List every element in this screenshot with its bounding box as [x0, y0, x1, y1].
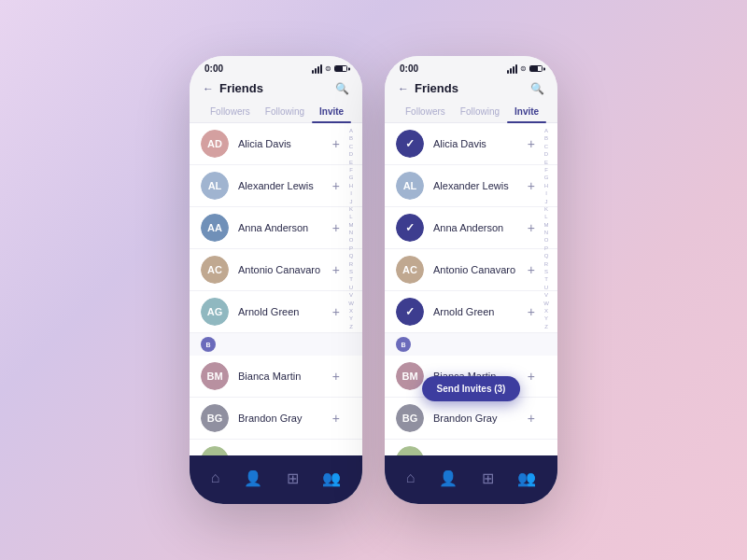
tab-followers-left[interactable]: Followers [203, 101, 258, 122]
contact-item[interactable]: ✓ Arnold Green + [385, 291, 557, 333]
tabs-left: Followers Following Invite [190, 101, 362, 123]
contact-name: Antonio Canavaro [433, 264, 528, 275]
avatar: BG [201, 404, 229, 432]
avatar: BM [396, 362, 424, 390]
avatar-image: BM [201, 362, 229, 390]
nav-map-left[interactable]: ⊞ [279, 466, 306, 491]
add-button[interactable]: + [332, 220, 340, 235]
add-button[interactable]: + [332, 262, 340, 277]
battery-left [334, 65, 347, 72]
add-button[interactable]: + [528, 262, 535, 277]
add-button[interactable]: + [528, 453, 535, 455]
add-button[interactable]: + [332, 453, 340, 455]
nav-profile-left[interactable]: 👥 [315, 466, 348, 491]
add-button[interactable]: + [528, 220, 535, 235]
add-button[interactable]: + [528, 136, 535, 151]
contact-name: Anna Anderson [433, 222, 528, 233]
contact-item[interactable]: BM Bianca Martin + [190, 356, 362, 398]
contact-item[interactable]: AL Alexander Lewis + [190, 165, 362, 207]
avatar-image: ✓ [396, 214, 424, 242]
battery-fill-left [335, 66, 343, 71]
add-button[interactable]: + [332, 369, 340, 384]
add-button[interactable]: + [332, 304, 340, 319]
add-button[interactable]: + [528, 369, 535, 384]
signal-bar-3 [513, 66, 514, 74]
add-button[interactable]: + [332, 411, 340, 426]
nav-friends-right[interactable]: 👤 [431, 466, 465, 491]
contact-name: Alexander Lewis [433, 180, 528, 191]
avatar-image: AC [396, 256, 424, 284]
nav-profile-right[interactable]: 👥 [510, 466, 543, 491]
contact-name: Brooke Simmons [433, 455, 528, 455]
avatar: AL [396, 172, 424, 200]
avatar-image: BS [201, 446, 229, 455]
contact-name: Alexander Lewis [238, 180, 332, 191]
contact-item[interactable]: BS Brooke Simmons + [190, 440, 362, 455]
contact-item[interactable]: AL Alexander Lewis + [385, 165, 557, 207]
contact-item[interactable]: AC Antonio Canavaro + [385, 249, 557, 291]
section-label-b-right: B [396, 337, 411, 352]
tab-invite-right[interactable]: Invite [507, 101, 546, 122]
avatar-image: AG [201, 298, 229, 326]
contact-item[interactable]: AG Arnold Green + [190, 291, 362, 333]
tab-invite-left[interactable]: Invite [312, 101, 351, 122]
contact-item[interactable]: AA Anna Anderson + [190, 207, 362, 249]
nav-home-left[interactable]: ⌂ [204, 466, 228, 490]
contact-name: Alicia Davis [433, 138, 528, 149]
avatar-image: AL [201, 172, 229, 200]
bottom-nav-right: ⌂ 👤 ⊞ 👥 [385, 455, 557, 504]
add-button[interactable]: + [528, 411, 535, 426]
avatar: BG [396, 404, 424, 432]
avatar: AL [201, 172, 229, 200]
battery-fill-right [530, 66, 538, 71]
nav-home-right[interactable]: ⌂ [399, 466, 423, 490]
avatar: AC [396, 256, 424, 284]
home-icon: ⌂ [211, 469, 220, 486]
send-invites-button[interactable]: Send Invites (3) [422, 376, 521, 401]
contact-list-right: A B C D E F G H I J K L M N O P Q R S T [385, 123, 557, 455]
friends-icon: 👤 [439, 469, 458, 487]
add-button[interactable]: + [528, 178, 535, 193]
wifi-icon-left: ⊜ [325, 64, 331, 73]
nav-map-right[interactable]: ⊞ [474, 466, 501, 491]
avatar-image: ✓ [396, 298, 424, 326]
avatar-image: BG [201, 404, 229, 432]
contact-item[interactable]: ✓ Alicia Davis + [385, 123, 557, 165]
contact-item[interactable]: BG Brandon Gray + [190, 398, 362, 440]
add-button[interactable]: + [332, 136, 340, 151]
tab-followers-right[interactable]: Followers [398, 101, 453, 122]
avatar: AC [201, 256, 229, 284]
nav-friends-left[interactable]: 👤 [236, 466, 270, 491]
tab-following-right[interactable]: Following [453, 101, 507, 122]
avatar-image: AD [201, 130, 229, 158]
phones-container: 0:00 ⊜ ← Friends 🔍 Fo [190, 56, 557, 504]
avatar: AA [201, 214, 229, 242]
search-icon-left[interactable]: 🔍 [335, 82, 349, 95]
contact-item[interactable]: AC Antonio Canavaro + [190, 249, 362, 291]
section-divider-b-right: B [385, 333, 557, 356]
add-button[interactable]: + [332, 178, 340, 193]
signal-bar-1 [312, 70, 314, 74]
search-icon-right[interactable]: 🔍 [530, 82, 544, 95]
avatar-image: AC [201, 256, 229, 284]
avatar: BM [201, 362, 229, 390]
contact-item[interactable]: BG Brandon Gray + [385, 398, 557, 440]
signal-bar-3 [317, 66, 319, 74]
add-button[interactable]: + [528, 304, 535, 319]
back-button-left[interactable]: ← [203, 82, 214, 95]
contact-item[interactable]: BS Brooke Simmons + [385, 440, 557, 455]
avatar: ✓ [396, 298, 424, 326]
contact-item[interactable]: AD Alicia Davis + [190, 123, 362, 165]
check-icon: ✓ [405, 305, 415, 318]
contact-item[interactable]: ✓ Anna Anderson + [385, 207, 557, 249]
check-icon: ✓ [405, 221, 415, 234]
alpha-index-right: A B C D E F G H I J K L M N O P Q R S T [537, 123, 556, 330]
status-icons-left: ⊜ [312, 64, 347, 74]
signal-bars-right [507, 64, 517, 74]
back-button-right[interactable]: ← [398, 82, 409, 95]
avatar: BS [201, 446, 229, 455]
map-icon: ⊞ [482, 469, 494, 487]
tab-following-left[interactable]: Following [258, 101, 312, 122]
home-icon: ⌂ [406, 469, 416, 486]
phone-right: 0:00 ⊜ ← Friends 🔍 Fo [385, 56, 557, 504]
